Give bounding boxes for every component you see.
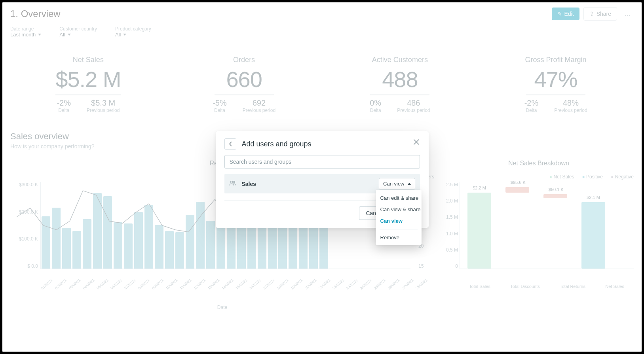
permission-dropdown-button[interactable]: Can view — [379, 178, 415, 189]
back-button[interactable] — [224, 138, 236, 150]
permission-current: Can view — [383, 181, 404, 187]
perm-option-view[interactable]: Can view — [376, 215, 422, 227]
chevron-left-icon — [229, 142, 232, 146]
search-input[interactable] — [224, 155, 420, 168]
add-users-modal: Add users and groups Sales Can view — [216, 131, 429, 228]
modal-title: Add users and groups — [242, 140, 312, 148]
perm-option-view-share[interactable]: Can view & share — [376, 204, 422, 215]
chevron-up-icon — [408, 183, 411, 185]
close-icon — [414, 139, 419, 145]
permission-dropdown-menu: Can edit & share Can view & share Can vi… — [376, 190, 422, 245]
svg-point-1 — [233, 181, 235, 183]
share-row-name: Sales — [242, 181, 256, 187]
svg-point-0 — [230, 181, 232, 183]
perm-option-remove[interactable]: Remove — [376, 232, 422, 243]
close-button[interactable] — [412, 138, 421, 146]
perm-option-edit-share[interactable]: Can edit & share — [376, 192, 422, 204]
group-icon — [229, 180, 236, 187]
